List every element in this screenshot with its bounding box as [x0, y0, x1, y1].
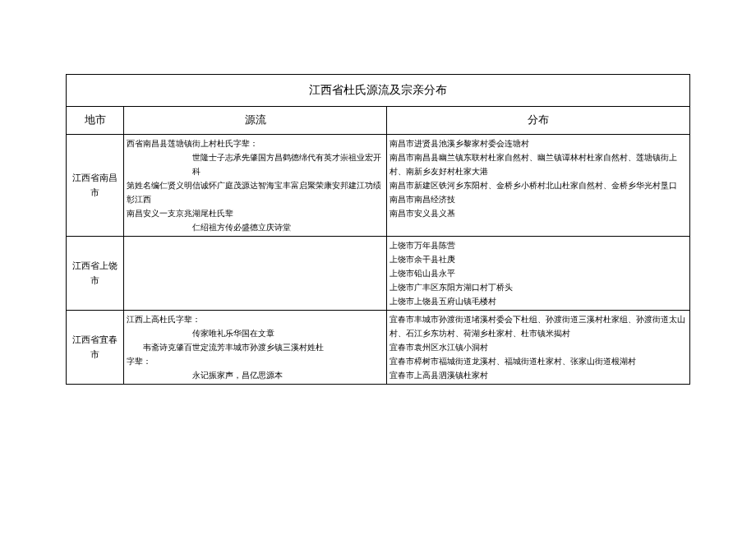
header-distribution: 分布: [387, 107, 690, 135]
source-cell: 西省南昌县莲塘镇街上村杜氏字辈： 世隆士子志承先肇国方昌鹤德绵代有英才崇祖业宏开…: [124, 135, 387, 237]
source-line: 南昌安义一支京兆湖尾杜氏辈: [127, 209, 233, 218]
dist-line: 宜春市丰城市孙渡街道堵溪村委会下杜组、孙渡街道三溪村杜家组、孙渡街道太山村、石江…: [390, 315, 685, 338]
source-cell: [124, 237, 387, 311]
source-line: 仁绍祖方传必盛德立庆诗堂: [127, 220, 384, 234]
dist-line: 宜春市上高县泗溪镇杜家村: [390, 371, 488, 380]
source-line: 永记振家声，昌亿思源本: [127, 368, 384, 382]
city-cell: 江西省南昌市: [67, 135, 124, 237]
source-line: 韦斋诗克肇百世定流芳丰城市孙渡乡镇三溪村姓杜: [127, 340, 384, 354]
dist-line: 南昌市南昌县幽兰镇东联村杜家自然村、幽兰镇谭林村杜家自然村、莲塘镇街上村、南新乡…: [390, 153, 677, 176]
dist-line: 上饶市上饶县五府山镇毛楼村: [390, 297, 496, 306]
dist-line: 南昌市安义县义基: [390, 209, 455, 218]
table-title: 江西省杜氏源流及宗亲分布: [67, 75, 690, 107]
dist-line: 南昌市新建区铁河乡东阳村、金桥乡小桥村北山杜家自然村、金桥乡华光村垦口: [390, 181, 677, 190]
source-cell: 江西上高杜氏字辈： 传家唯礼乐华国在文章 韦斋诗克肇百世定流芳丰城市孙渡乡镇三溪…: [124, 311, 387, 385]
dist-line: 上饶市万年县陈营: [390, 241, 455, 250]
distribution-cell: 南昌市进贤县池溪乡黎家村委会连塘村 南昌市南昌县幽兰镇东联村杜家自然村、幽兰镇谭…: [387, 135, 690, 237]
header-city: 地市: [67, 107, 124, 135]
dist-line: 上饶市铅山县永平: [390, 269, 455, 278]
city-cell: 江西省上饶市: [67, 237, 124, 311]
city-cell: 江西省宜春市: [67, 311, 124, 385]
dist-line: 宜春市樟树市福城街道龙溪村、福城街道杜家村、张家山街道根湖村: [390, 357, 636, 366]
table-row: 江西省上饶市 上饶市万年县陈营 上饶市余干县社庚 上饶市铅山县永平 上饶市广丰区…: [67, 237, 690, 311]
source-line: 传家唯礼乐华国在文章: [127, 326, 384, 340]
table-row: 江西省南昌市 西省南昌县莲塘镇街上村杜氏字辈： 世隆士子志承先肇国方昌鹤德绵代有…: [67, 135, 690, 237]
table-row: 江西省宜春市 江西上高杜氏字辈： 传家唯礼乐华国在文章 韦斋诗克肇百世定流芳丰城…: [67, 311, 690, 385]
distribution-cell: 宜春市丰城市孙渡街道堵溪村委会下杜组、孙渡街道三溪村杜家组、孙渡街道太山村、石江…: [387, 311, 690, 385]
distribution-cell: 上饶市万年县陈营 上饶市余干县社庚 上饶市铅山县永平 上饶市广丰区东阳方湖口村丁…: [387, 237, 690, 311]
header-source: 源流: [124, 107, 387, 135]
dist-line: 南昌市南昌经济技: [390, 195, 455, 204]
genealogy-table: 江西省杜氏源流及宗亲分布 地市 源流 分布 江西省南昌市 西省南昌县莲塘镇街上村…: [66, 74, 690, 385]
source-line: 字辈：: [127, 357, 151, 366]
dist-line: 宜春市袁州区水江镇小洞村: [390, 343, 488, 352]
source-line: 世隆士子志承先肇国方昌鹤德绵代有英才崇祖业宏开科: [127, 150, 384, 178]
dist-line: 南昌市进贤县池溪乡黎家村委会连塘村: [390, 139, 529, 148]
source-line: 江西上高杜氏字辈：: [127, 315, 201, 324]
dist-line: 上饶市余干县社庚: [390, 255, 455, 264]
source-line: 第姓名编仁贤义明信诚怀广庭茂源达智海宝丰富启聚荣康安邦建江功绩彰江西: [127, 181, 381, 204]
dist-line: 上饶市广丰区东阳方湖口村丁桥头: [390, 283, 513, 292]
source-line: 西省南昌县莲塘镇街上村杜氏字辈：: [127, 139, 258, 148]
